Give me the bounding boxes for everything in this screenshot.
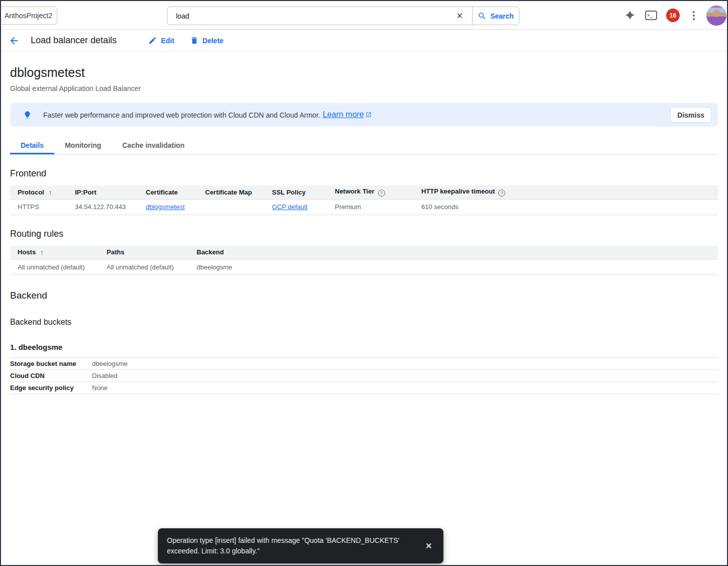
column-protocol[interactable]: Protocol↑: [10, 185, 75, 199]
column-ssl-policy[interactable]: SSL Policy: [272, 185, 335, 199]
hosts-value: All unmatched (default): [10, 259, 107, 275]
avatar[interactable]: [706, 6, 726, 26]
page-title: Load balancer details: [31, 35, 117, 46]
edit-button-label: Edit: [161, 37, 174, 45]
error-toast: Operation type [insert] failed with mess…: [158, 528, 443, 563]
topbar-actions: 16: [623, 1, 727, 30]
property-label: Cloud CDN: [10, 370, 92, 382]
property-value: Disabled: [92, 370, 718, 382]
search-icon: [478, 12, 487, 21]
property-label: Storage bucket name: [10, 358, 92, 370]
toast-close-icon[interactable]: ✕: [425, 541, 432, 551]
search-query-text: load: [176, 12, 189, 20]
pencil-icon: [148, 36, 157, 45]
tab-monitoring[interactable]: Monitoring: [54, 138, 112, 154]
frontend-heading: Frontend: [10, 168, 718, 179]
load-balancer-type: Global external Application Load Balance…: [10, 84, 718, 92]
main-content: dblogsmetest Global external Application…: [1, 65, 727, 394]
search-button[interactable]: Search: [472, 7, 519, 25]
tab-details[interactable]: Details: [10, 138, 54, 154]
help-icon[interactable]: ?: [498, 190, 505, 197]
frontend-row: HTTPS 34.54.122.70:443 dblogsmetest GCP …: [10, 199, 718, 215]
column-network-tier[interactable]: Network Tier?: [335, 185, 421, 199]
backend-buckets-heading: Backend buckets: [10, 318, 718, 327]
ssl-policy-link[interactable]: GCP default: [272, 203, 308, 211]
paths-value: All unmatched (default): [107, 259, 197, 275]
backend-bucket-title: 1. dbeelogsme: [10, 343, 718, 351]
tab-cache-invalidation[interactable]: Cache invalidation: [112, 138, 195, 154]
search-control: load ✕ Search: [167, 7, 519, 25]
edit-button[interactable]: Edit: [148, 36, 174, 45]
backend-value: dbeelogsme: [197, 259, 718, 275]
project-name: AnthosProject2: [5, 12, 52, 20]
routing-rules-heading: Routing rules: [10, 229, 718, 239]
tab-bar: Details Monitoring Cache invalidation: [10, 138, 718, 155]
column-http-keepalive[interactable]: HTTP keepalive timeout?: [421, 185, 718, 199]
cloud-shell-icon[interactable]: [645, 11, 657, 20]
overflow-menu-icon[interactable]: [688, 10, 700, 22]
back-arrow-icon[interactable]: [8, 35, 20, 47]
lightbulb-icon: [23, 111, 32, 119]
banner-message: Faster web performance and improved web …: [43, 111, 320, 119]
help-icon[interactable]: ?: [378, 190, 385, 197]
column-certificate-map[interactable]: Certificate Map: [205, 185, 272, 199]
learn-more-link[interactable]: Learn more: [323, 110, 372, 120]
frontend-table: Protocol↑ IP:Port Certificate Certificat…: [10, 185, 718, 215]
clear-search-icon[interactable]: ✕: [454, 11, 465, 21]
page-header: Load balancer details Edit Delete: [1, 30, 727, 52]
column-hosts[interactable]: Hosts↑: [10, 246, 107, 259]
promo-banner: Faster web performance and improved web …: [10, 103, 718, 127]
sort-ascending-icon[interactable]: ↑: [49, 188, 52, 196]
search-input[interactable]: load ✕: [167, 7, 472, 25]
sort-ascending-icon[interactable]: ↑: [40, 248, 44, 256]
gemini-sparkle-icon[interactable]: [623, 9, 636, 22]
load-balancer-name: dblogsmetest: [10, 65, 718, 80]
frontend-header-row: Protocol↑ IP:Port Certificate Certificat…: [10, 185, 718, 199]
property-label: Edge security policy: [10, 382, 92, 394]
routing-row: All unmatched (default) All unmatched (d…: [10, 259, 718, 275]
property-row: Cloud CDN Disabled: [10, 370, 718, 382]
toast-message: Operation type [insert] failed with mess…: [167, 535, 414, 556]
protocol-value: HTTPS: [10, 199, 75, 215]
project-selector[interactable]: AnthosProject2: [0, 7, 57, 25]
app-window: AnthosProject2 load ✕ Search 16: [0, 0, 728, 566]
notification-count: 16: [670, 12, 676, 19]
property-value: dbeelogsme: [92, 358, 718, 370]
dismiss-button[interactable]: Dismiss: [670, 107, 711, 123]
backend-bucket-properties: Storage bucket name dbeelogsme Cloud CDN…: [10, 357, 718, 394]
property-value: None: [92, 382, 718, 394]
column-certificate[interactable]: Certificate: [146, 185, 205, 199]
keepalive-value: 610 seconds: [421, 199, 718, 215]
column-paths[interactable]: Paths: [107, 246, 197, 259]
routing-rules-table: Hosts↑ Paths Backend All unmatched (defa…: [10, 246, 718, 275]
backend-heading: Backend: [10, 290, 718, 301]
routing-header-row: Hosts↑ Paths Backend: [10, 246, 718, 259]
topbar: AnthosProject2 load ✕ Search 16: [1, 1, 727, 30]
ip-port-value: 34.54.122.70:443: [75, 199, 146, 215]
certificate-link[interactable]: dblogsmetest: [146, 203, 185, 211]
external-link-icon: [366, 111, 372, 120]
search-button-label: Search: [490, 12, 514, 20]
property-row: Storage bucket name dbeelogsme: [10, 358, 718, 370]
certificate-map-value: [205, 199, 272, 215]
delete-button-label: Delete: [203, 37, 224, 45]
notifications-badge[interactable]: 16: [666, 9, 680, 22]
network-tier-value: Premium: [335, 199, 421, 215]
delete-button[interactable]: Delete: [190, 36, 224, 45]
column-backend[interactable]: Backend: [197, 246, 718, 259]
property-row: Edge security policy None: [10, 382, 718, 394]
column-ip-port[interactable]: IP:Port: [75, 185, 146, 199]
trash-icon: [190, 36, 199, 45]
